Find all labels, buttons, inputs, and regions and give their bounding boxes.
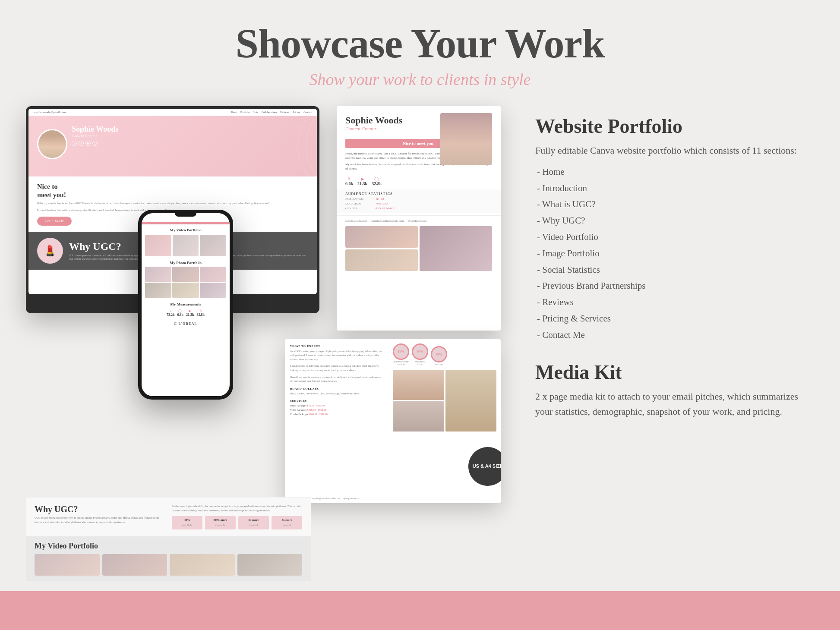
location-label: LOCATION: — [345, 202, 376, 205]
list-item: - Contact Me — [535, 327, 805, 343]
website-hero: Sophie Woods Content Creator ♪ 𝕏 ▶ ◯ — [28, 116, 317, 176]
website-social-icons: ♪ 𝕏 ▶ ◯ — [72, 141, 118, 146]
why-stat-1: 40%more likely — [172, 516, 202, 529]
phone-twitter-icon: 𝕏 — [196, 309, 204, 313]
website-hero-circle — [37, 129, 67, 159]
youtube-stat-icon: ▶ — [357, 176, 367, 181]
gender-label: GENDER: — [345, 207, 376, 210]
mk-footer-handle: @sophiewoods — [344, 497, 360, 500]
nav-about[interactable]: About — [231, 111, 237, 113]
list-item: - Pricing & Services — [535, 311, 805, 327]
mk-photo-collage — [393, 370, 496, 432]
mk-circle-3: 79% — [431, 346, 447, 362]
mk-collabs-text: D&G, Chanel, Loreal Paris, Dior, Schwarz… — [290, 392, 383, 396]
mk-photo-col1 — [393, 370, 444, 432]
mk-circle-2-label: AVG BLOGVIEW — [412, 361, 428, 366]
why-ugc-section: Why UGC? UGC or user-generated content r… — [26, 497, 311, 536]
mk-dedication-text: I am dedicated to delivering consistent … — [290, 364, 383, 372]
mk-photo-tall — [445, 370, 497, 432]
mk-circle-1-label: AVG MONTHLYREACH — [393, 361, 409, 366]
media-kit-left: WHAT TO EXPECT As a UGC creator, you can… — [285, 339, 388, 503]
mk-circle-3-label: AVG INF. — [431, 363, 447, 366]
list-item: - Previous Brand Partnerships — [535, 278, 805, 294]
phone-photo-grid — [145, 267, 226, 298]
phone-photo-6 — [200, 283, 226, 298]
phone-notch — [175, 213, 196, 217]
list-item: - Introduction — [535, 180, 805, 197]
phone-measurements-title: My Measurements — [145, 302, 226, 306]
age-value: 18 - 33 — [376, 197, 384, 201]
page-wrapper: Showcase Your Work Show your work to cli… — [0, 0, 840, 630]
why-stat-3: 6x moreimpactful — [238, 516, 269, 529]
media-kit-info: Media Kit 2 x page media kit to attach t… — [535, 361, 805, 425]
doc-site: sophiewoods.com — [345, 219, 367, 223]
mk-circle-2: 76% — [412, 343, 428, 360]
mk-photo-col2 — [445, 370, 497, 432]
doc-footer: sophiewoods.com sophie@sophiewoods.com @… — [337, 215, 501, 226]
mk-combo-packages: Combo Packages $200.00 - $700.00 — [290, 413, 383, 417]
collage-photo-1 — [345, 226, 418, 248]
nav-portfolio[interactable]: Portfolio — [240, 111, 249, 113]
cta-button[interactable]: Get in Touch! — [37, 217, 72, 226]
phone-photo-portfolio-title: My Photo Portfolio — [145, 261, 226, 265]
stat-instagram: ◯ 32.8k — [372, 176, 382, 186]
gender-row: GENDER: 83% FEMALE — [345, 207, 492, 210]
nav-pricing[interactable]: Pricing — [293, 111, 300, 113]
vid-thumb-4 — [237, 554, 303, 576]
phone-loreal: ℂ L'OREAL — [145, 322, 226, 326]
meet-title: Nice tomeet you! — [37, 183, 308, 199]
collage-photo-tall — [420, 226, 492, 271]
audience-title: AUDIENCE STATISTICS — [345, 192, 492, 196]
gender-value: 83% FEMALE — [376, 207, 395, 210]
age-row: AGE RANGE: 18 - 33 — [345, 197, 492, 201]
vid-thumb-1 — [35, 554, 100, 576]
combo-price: $200.00 - $700.00 — [309, 413, 328, 416]
info-panel: Website Portfolio Fully editable Canva w… — [518, 106, 814, 581]
meet-bio: Hello, my name is Sophie and I am a UGC … — [37, 202, 308, 206]
twitter-stat-icon: 𝕏 — [345, 176, 353, 181]
vid-thumb-2 — [102, 554, 167, 576]
video-price: $150.00 - $560.00 — [307, 409, 326, 411]
phone-twitter-num: 32.8k — [196, 313, 204, 317]
phone-tiktok-stat: ♪ 72.2k — [167, 309, 174, 317]
doc-photo — [440, 113, 492, 165]
list-item: - What is UGC? — [535, 196, 805, 213]
phone-youtube-stat: ▶ 21.3k — [186, 309, 194, 317]
why-text: UGC or user-generated content refers to … — [35, 516, 165, 524]
phone-photo-1 — [145, 267, 171, 282]
mk-video-packages: Video Packages $150.00 - $560.00 — [290, 408, 383, 413]
mk-stat-3: 79% AVG INF. — [431, 346, 447, 366]
portfolio-doc: Sophie Woods Content Creator Nice to mee… — [337, 106, 501, 331]
video-section-title: My Video Portfolio — [35, 542, 302, 551]
collage-photo-2 — [345, 249, 418, 271]
phone-youtube-num: 21.3k — [186, 313, 194, 317]
mk-stat-2: 76% AVG BLOGVIEW — [412, 343, 428, 366]
nav-contact[interactable]: Contact — [303, 111, 312, 113]
youtube-stat-num: 21.3k — [357, 181, 367, 186]
youtube-icon: ▶ — [85, 141, 91, 146]
nav-reviews[interactable]: Reviews — [280, 111, 289, 113]
media-kit-description: 2 x page media kit to attach to your ema… — [535, 389, 805, 419]
doc-photos — [337, 226, 501, 276]
website-person-role: Content Creator — [72, 134, 118, 138]
nav-stats[interactable]: Stats — [253, 111, 258, 113]
instagram-stat-num: 32.8k — [372, 181, 382, 186]
mk-collabs-title: BRAND COLLABS — [290, 387, 383, 391]
mk-photo-2 — [393, 401, 444, 432]
location-value: 79% USA — [376, 202, 388, 205]
phone-tiktok-num: 72.2k — [167, 313, 174, 317]
mk-what-expect-text: As a UGC creator, you can expect high qu… — [290, 350, 383, 362]
phone-instagram-icon: ◯ — [177, 309, 183, 313]
video-portfolio-section: My Video Portfolio — [26, 536, 311, 581]
devices-area: sophie.woods@gmail.com About Portfolio S… — [26, 106, 501, 581]
nav-collabs[interactable]: Collaborations — [262, 111, 277, 113]
why-title: Why UGC? — [35, 504, 165, 514]
mk-what-expect-title: WHAT TO EXPECT — [290, 344, 383, 348]
vid-thumb-3 — [170, 554, 235, 576]
pink-bottom-bar — [0, 591, 840, 630]
mk-stat-1: 95% AVG MONTHLYREACH — [393, 343, 409, 366]
list-item: - Home — [535, 164, 805, 180]
doc-audience: AUDIENCE STATISTICS AGE RANGE: 18 - 33 L… — [337, 189, 501, 213]
mk-stats-row: 95% AVG MONTHLYREACH 76% AVG BLOGVIEW 79… — [393, 343, 496, 366]
phone-photo-4 — [145, 283, 171, 298]
